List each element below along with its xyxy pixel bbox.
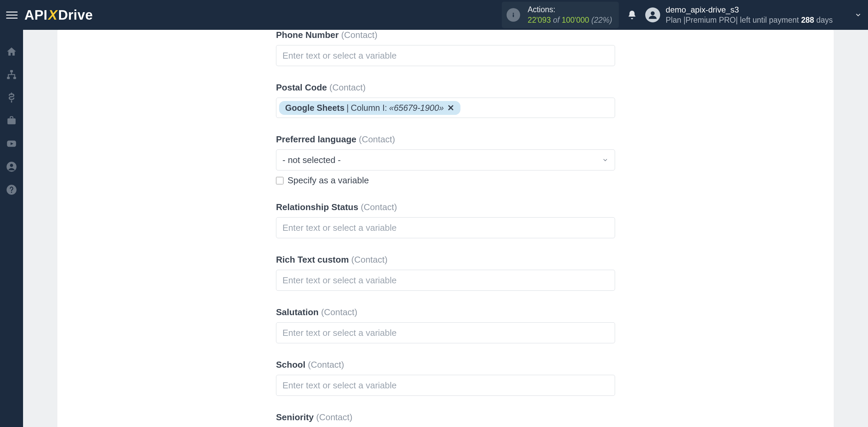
user-text: demo_apix-drive_s3 Plan |Premium PRO| le…: [666, 4, 833, 25]
sidebar-billing-icon[interactable]: [0, 86, 23, 109]
specify-variable-label: Specify as a variable: [288, 175, 369, 186]
field-relationship-status: Relationship Status (Contact): [276, 202, 615, 238]
school-input[interactable]: [276, 375, 615, 396]
logo-drive: Drive: [58, 7, 93, 23]
main-content: Phone Number (Contact) Postal Code (Cont…: [23, 30, 868, 427]
svg-rect-5: [7, 77, 10, 79]
postal-code-input[interactable]: Google Sheets | Column I: «65679-1900» ✕: [276, 98, 615, 118]
logo[interactable]: API X Drive: [24, 7, 93, 23]
svg-point-3: [651, 11, 655, 15]
app-header: API X Drive Actions: 22'093 of 100'000 (…: [0, 0, 868, 30]
chip-remove-icon[interactable]: ✕: [447, 103, 454, 113]
field-salutation: Salutation (Contact): [276, 307, 615, 343]
actions-pct: (22%): [591, 16, 612, 24]
logo-api: API: [24, 7, 47, 23]
actions-total: 100'000: [561, 16, 589, 24]
field-rich-text-custom: Rich Text custom (Contact): [276, 255, 615, 291]
salutation-input[interactable]: [276, 322, 615, 343]
sidebar-briefcase-icon[interactable]: [0, 109, 23, 132]
field-school: School (Contact): [276, 360, 615, 396]
rich-text-custom-input[interactable]: [276, 270, 615, 291]
field-seniority: Seniority (Contact): [276, 412, 615, 427]
field-label: Seniority (Contact): [276, 412, 615, 423]
field-label: Salutation (Contact): [276, 307, 615, 318]
actions-used: 22'093: [528, 16, 551, 24]
field-label: Rich Text custom (Contact): [276, 255, 615, 265]
logo-x: X: [48, 7, 57, 23]
user-menu[interactable]: demo_apix-drive_s3 Plan |Premium PRO| le…: [645, 4, 846, 25]
info-icon: [507, 8, 520, 22]
svg-rect-4: [10, 70, 13, 73]
chevron-down-icon: [602, 157, 609, 163]
svg-rect-6: [13, 77, 16, 79]
specify-variable-checkbox[interactable]: Specify as a variable: [276, 175, 615, 186]
actions-label: Actions:: [528, 4, 612, 15]
field-label: School (Contact): [276, 360, 615, 370]
sidebar-home-icon[interactable]: [0, 40, 23, 63]
field-label: Relationship Status (Contact): [276, 202, 615, 212]
user-menu-chevron-icon[interactable]: [854, 11, 862, 19]
actions-text: Actions: 22'093 of 100'000 (22%): [528, 4, 612, 25]
notifications-icon[interactable]: [627, 10, 637, 20]
specify-variable-input[interactable]: [276, 177, 283, 184]
preferred-language-select[interactable]: - not selected -: [276, 149, 615, 170]
svg-rect-2: [513, 14, 514, 17]
sidebar: [0, 30, 23, 427]
field-label: Phone Number (Contact): [276, 30, 615, 40]
field-label: Preferred language (Contact): [276, 134, 615, 145]
field-label: Postal Code (Contact): [276, 82, 615, 93]
svg-rect-7: [7, 118, 16, 124]
svg-point-13: [11, 192, 12, 193]
select-value: - not selected -: [282, 155, 341, 165]
field-postal-code: Postal Code (Contact) Google Sheets | Co…: [276, 82, 615, 118]
avatar-icon: [645, 7, 660, 22]
sidebar-connections-icon[interactable]: [0, 63, 23, 86]
field-phone-number: Phone Number (Contact): [276, 30, 615, 66]
sidebar-profile-icon[interactable]: [0, 155, 23, 178]
svg-point-11: [10, 164, 13, 167]
header-right: Actions: 22'093 of 100'000 (22%) demo_ap…: [502, 2, 862, 28]
user-plan: Plan |Premium PRO| left until payment 28…: [666, 15, 833, 25]
actions-of: of: [553, 16, 562, 24]
phone-number-input[interactable]: [276, 45, 615, 66]
menu-toggle-icon[interactable]: [6, 9, 18, 21]
user-name: demo_apix-drive_s3: [666, 4, 833, 15]
svg-point-1: [513, 13, 514, 14]
field-preferred-language: Preferred language (Contact) - not selec…: [276, 134, 615, 186]
sidebar-help-icon[interactable]: [0, 178, 23, 201]
form-card: Phone Number (Contact) Postal Code (Cont…: [57, 30, 834, 427]
variable-chip[interactable]: Google Sheets | Column I: «65679-1900» ✕: [279, 101, 460, 115]
sidebar-video-icon[interactable]: [0, 132, 23, 155]
actions-usage-box[interactable]: Actions: 22'093 of 100'000 (22%): [502, 2, 619, 28]
relationship-status-input[interactable]: [276, 217, 615, 238]
